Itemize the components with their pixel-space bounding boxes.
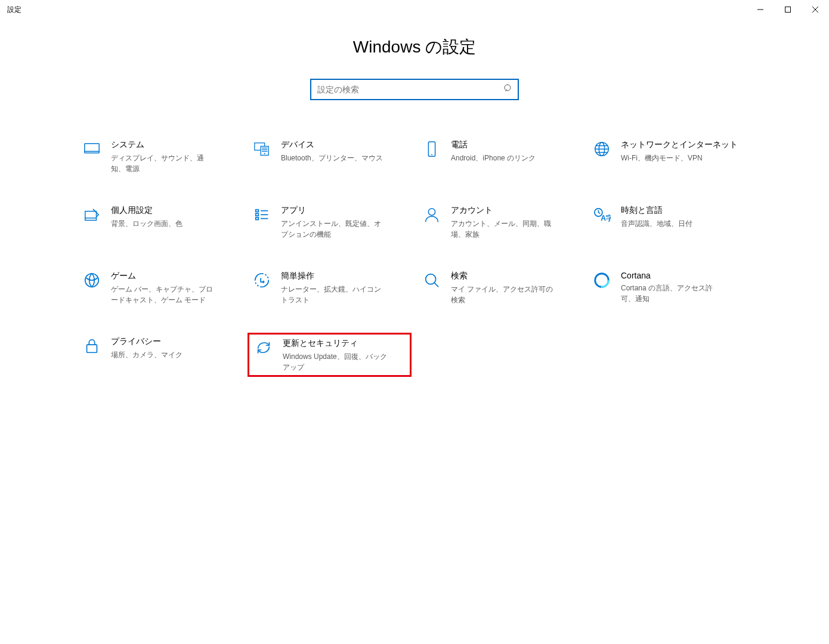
cortana-icon xyxy=(591,270,613,291)
svg-text:A字: A字 xyxy=(601,214,611,222)
svg-rect-39 xyxy=(87,345,97,352)
svg-point-35 xyxy=(426,274,436,284)
tile-system[interactable]: システム ディスプレイ、サウンド、通知、電源 xyxy=(78,136,242,177)
tile-privacy[interactable]: プライバシー 場所、カメラ、マイク xyxy=(78,333,242,377)
tile-subtitle: 場所、カメラ、マイク xyxy=(111,349,215,360)
svg-rect-23 xyxy=(256,210,259,212)
tile-title: 個人用設定 xyxy=(111,205,237,216)
tile-cortana[interactable]: Cortana Cortana の言語、アクセス許可、通知 xyxy=(587,267,751,308)
svg-rect-21 xyxy=(85,211,97,220)
tile-ease-of-access[interactable]: 簡単操作 ナレーター、拡大鏡、ハイコントラスト xyxy=(248,267,412,308)
tile-personalization[interactable]: 個人用設定 背景、ロック画面、色 xyxy=(78,202,242,242)
titlebar: 設定 xyxy=(0,0,829,19)
page-title: Windows の設定 xyxy=(0,36,829,58)
tile-subtitle: アカウント、メール、同期、職場、家族 xyxy=(451,218,555,240)
tile-subtitle: Wi-Fi、機内モード、VPN xyxy=(621,153,725,163)
tile-title: システム xyxy=(111,140,237,150)
tile-title: プライバシー xyxy=(111,336,237,347)
search-container xyxy=(0,79,829,100)
tile-subtitle: 背景、ロック画面、色 xyxy=(111,218,215,229)
search-input[interactable] xyxy=(317,85,503,94)
apps-icon xyxy=(251,204,273,225)
tile-title: 簡単操作 xyxy=(281,271,407,281)
minimize-button[interactable] xyxy=(747,0,774,19)
close-button[interactable] xyxy=(802,0,829,19)
gaming-icon xyxy=(81,270,103,291)
tile-title: デバイス xyxy=(281,140,407,150)
search-box[interactable] xyxy=(310,79,519,100)
tile-gaming[interactable]: ゲーム ゲーム バー、キャプチャ、ブロードキャスト、ゲーム モード xyxy=(78,267,242,308)
tile-subtitle: 音声認識、地域、日付 xyxy=(621,218,725,229)
ease-of-access-icon xyxy=(251,270,273,291)
tile-subtitle: ナレーター、拡大鏡、ハイコントラスト xyxy=(281,284,385,305)
system-icon xyxy=(81,138,103,160)
tile-subtitle: アンインストール、既定値、オプションの機能 xyxy=(281,218,385,240)
tile-subtitle: Bluetooth、プリンター、マウス xyxy=(281,153,385,163)
tile-title: 電話 xyxy=(451,140,577,150)
privacy-icon xyxy=(81,335,103,357)
tile-apps[interactable]: アプリ アンインストール、既定値、オプションの機能 xyxy=(248,202,412,242)
accounts-icon xyxy=(421,204,443,225)
window-controls xyxy=(747,0,829,19)
time-language-icon: A字 xyxy=(591,204,613,225)
settings-grid: システム ディスプレイ、サウンド、通知、電源 デバイス Bluetooth、プリ… xyxy=(78,136,751,377)
tile-devices[interactable]: デバイス Bluetooth、プリンター、マウス xyxy=(248,136,412,177)
tile-subtitle: Android、iPhone のリンク xyxy=(451,153,555,163)
tile-title: ゲーム xyxy=(111,271,237,281)
tile-title: 検索 xyxy=(451,271,577,281)
svg-rect-25 xyxy=(256,218,259,220)
tile-subtitle: マイ ファイル、アクセス許可の検索 xyxy=(451,284,555,305)
phone-icon xyxy=(421,138,443,160)
tile-time-language[interactable]: A字 時刻と言語 音声認識、地域、日付 xyxy=(587,202,751,242)
svg-point-4 xyxy=(505,85,511,91)
tile-title: Cortana xyxy=(621,271,747,280)
personalization-icon xyxy=(81,204,103,225)
svg-line-32 xyxy=(598,212,600,213)
tile-subtitle: ディスプレイ、サウンド、通知、電源 xyxy=(111,153,215,174)
devices-icon xyxy=(251,138,273,160)
svg-rect-1 xyxy=(785,7,791,13)
tile-title: 更新とセキュリティ xyxy=(283,338,405,349)
svg-point-15 xyxy=(431,154,432,155)
tile-title: 時刻と言語 xyxy=(621,205,747,216)
tile-update-security[interactable]: 更新とセキュリティ Windows Update、回復、バックアップ xyxy=(248,333,412,377)
svg-line-36 xyxy=(435,283,439,287)
svg-rect-24 xyxy=(256,213,259,216)
tile-subtitle: Windows Update、回復、バックアップ xyxy=(283,351,387,373)
tile-title: アプリ xyxy=(281,205,407,216)
window-title: 設定 xyxy=(7,5,21,15)
tile-accounts[interactable]: アカウント アカウント、メール、同期、職場、家族 xyxy=(417,202,581,242)
tile-subtitle: ゲーム バー、キャプチャ、ブロードキャスト、ゲーム モード xyxy=(111,284,215,305)
update-icon xyxy=(253,337,274,358)
tile-title: アカウント xyxy=(451,205,577,216)
svg-point-13 xyxy=(264,153,265,154)
tile-network[interactable]: ネットワークとインターネット Wi-Fi、機内モード、VPN xyxy=(587,136,751,177)
tile-title: ネットワークとインターネット xyxy=(621,140,747,150)
tile-subtitle: Cortana の言語、アクセス許可、通知 xyxy=(621,283,725,304)
tile-phone[interactable]: 電話 Android、iPhone のリンク xyxy=(417,136,581,177)
globe-icon xyxy=(591,138,613,160)
tile-search[interactable]: 検索 マイ ファイル、アクセス許可の検索 xyxy=(417,267,581,308)
maximize-button[interactable] xyxy=(774,0,802,19)
search-category-icon xyxy=(421,270,443,291)
search-icon xyxy=(503,83,513,95)
svg-point-29 xyxy=(428,209,435,215)
